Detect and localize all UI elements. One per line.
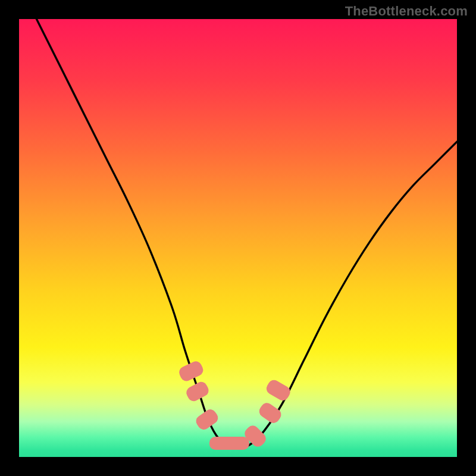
bottleneck-curve: [19, 19, 457, 457]
chart-frame: TheBottleneck.com: [0, 0, 476, 476]
curve-marker: [209, 437, 249, 450]
plot-area: [19, 19, 457, 457]
watermark-label: TheBottleneck.com: [345, 4, 468, 19]
